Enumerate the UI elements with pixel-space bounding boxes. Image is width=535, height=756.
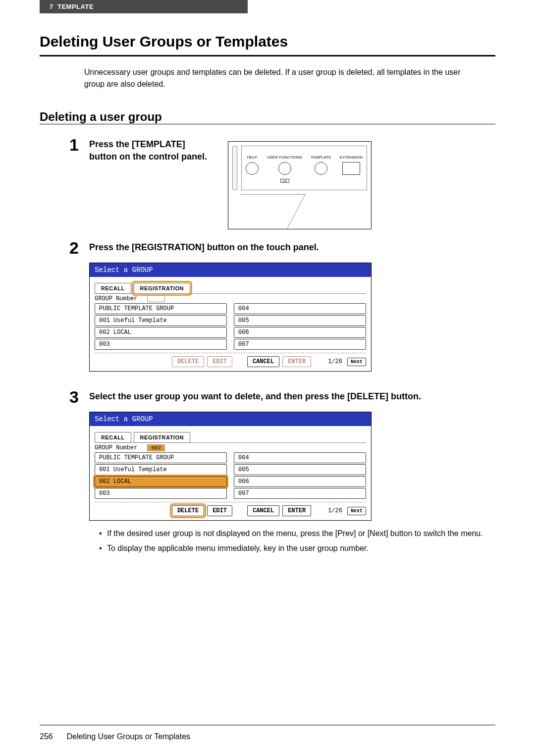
help-icon bbox=[246, 162, 259, 175]
list-item[interactable]: 005 bbox=[234, 315, 366, 326]
chapter-num: 7 bbox=[50, 3, 54, 10]
help-button[interactable]: HELP bbox=[246, 150, 259, 175]
note-item: If the desired user group is not display… bbox=[99, 528, 495, 540]
lcd-title: Select a GROUP bbox=[90, 263, 371, 277]
enter-button[interactable]: ENTER bbox=[282, 505, 311, 516]
list-item[interactable]: 003 bbox=[95, 339, 227, 350]
list-item-selected[interactable]: 002 LOCAL bbox=[95, 476, 227, 487]
list-item[interactable]: 001 Useful Template bbox=[95, 315, 227, 326]
extension-button[interactable]: EXTENSION bbox=[340, 150, 363, 175]
registration-tab[interactable]: REGISTRATION bbox=[134, 283, 190, 294]
list-item[interactable]: 006 bbox=[234, 327, 366, 338]
template-icon bbox=[315, 162, 327, 175]
list-item[interactable]: 006 bbox=[234, 476, 366, 487]
list-item[interactable]: 004 bbox=[234, 303, 366, 314]
page-title: Deleting User Groups or Templates bbox=[40, 33, 495, 50]
list-item[interactable]: PUBLIC TEMPLATE GROUP bbox=[95, 452, 227, 463]
step-1: 1 Press the [TEMPLATE] button on the con… bbox=[69, 136, 495, 229]
intro-paragraph: Unnecessary user groups and templates ca… bbox=[84, 66, 476, 90]
list-item[interactable]: 003 bbox=[95, 488, 227, 499]
touch-panel-screenshot-1: Select a GROUP RECALL REGISTRATION GROUP… bbox=[89, 263, 372, 372]
step-3-text: Select the user group you want to delete… bbox=[89, 390, 495, 403]
enter-button[interactable]: ENTER bbox=[282, 356, 311, 367]
list-item[interactable]: 001 Useful Template bbox=[95, 464, 227, 475]
recall-tab[interactable]: RECALL bbox=[95, 283, 131, 294]
chapter-tab: 7 TEMPLATE bbox=[40, 0, 248, 13]
subheading: Deleting a user group bbox=[40, 110, 495, 124]
step-number: 3 bbox=[69, 388, 89, 557]
control-panel-diagram: HELP USER FUNCTIONS 123 TEMPLATE bbox=[228, 141, 372, 229]
step-3-notes: If the desired user group is not display… bbox=[99, 528, 495, 554]
registration-tab[interactable]: REGISTRATION bbox=[134, 432, 190, 443]
delete-button[interactable]: DELETE bbox=[172, 505, 204, 516]
note-item: To display the applicable menu immediate… bbox=[99, 542, 495, 554]
list-item[interactable]: 007 bbox=[234, 488, 366, 499]
list-item[interactable]: 002 LOCAL bbox=[95, 327, 227, 338]
user-functions-button[interactable]: USER FUNCTIONS 123 bbox=[267, 150, 302, 183]
list-item[interactable]: 007 bbox=[234, 339, 366, 350]
step-2-text: Press the [REGISTRATION] button on the t… bbox=[89, 241, 495, 254]
list-item[interactable]: 005 bbox=[234, 464, 366, 475]
delete-button[interactable]: DELETE bbox=[172, 356, 204, 367]
step-2: 2 Press the [REGISTRATION] button on the… bbox=[69, 239, 495, 378]
touch-panel-screenshot-2: Select a GROUP RECALL REGISTRATION GROUP… bbox=[89, 412, 372, 521]
panel-shape bbox=[223, 194, 306, 229]
counter-icon: 123 bbox=[280, 179, 289, 183]
step-3: 3 Select the user group you want to dele… bbox=[69, 388, 495, 557]
page-number: 256 bbox=[40, 732, 64, 741]
cancel-button[interactable]: CANCEL bbox=[247, 505, 279, 516]
page-indicator: 1/26 bbox=[328, 507, 342, 514]
template-button[interactable]: TEMPLATE bbox=[311, 150, 331, 175]
page-indicator: 1/26 bbox=[328, 358, 342, 365]
page-footer: 256 Deleting User Groups or Templates bbox=[40, 725, 495, 741]
chapter-title: TEMPLATE bbox=[57, 3, 94, 10]
footer-title: Deleting User Groups or Templates bbox=[66, 732, 190, 741]
user-functions-icon bbox=[278, 162, 291, 175]
cancel-button[interactable]: CANCEL bbox=[247, 356, 279, 367]
group-number-label: GROUP Number bbox=[95, 444, 137, 451]
lcd-title: Select a GROUP bbox=[90, 412, 371, 426]
list-item[interactable]: 004 bbox=[234, 452, 366, 463]
group-number-label: GROUP Number bbox=[95, 295, 137, 302]
step-number: 2 bbox=[69, 239, 89, 378]
next-button[interactable]: Next bbox=[347, 358, 366, 366]
step-1-text: Press the [TEMPLATE] button on the contr… bbox=[89, 138, 213, 163]
title-rule bbox=[40, 55, 495, 56]
recall-tab[interactable]: RECALL bbox=[95, 432, 131, 443]
panel-spine bbox=[232, 146, 237, 190]
extension-icon bbox=[342, 162, 360, 175]
list-item[interactable]: PUBLIC TEMPLATE GROUP bbox=[95, 303, 227, 314]
edit-button[interactable]: EDIT bbox=[207, 505, 232, 516]
step-number: 1 bbox=[69, 136, 89, 229]
edit-button[interactable]: EDIT bbox=[207, 356, 232, 367]
group-number-value: 002 bbox=[147, 444, 165, 451]
group-number-value bbox=[147, 295, 165, 302]
next-button[interactable]: Next bbox=[347, 507, 366, 515]
sub-rule bbox=[40, 124, 495, 124]
